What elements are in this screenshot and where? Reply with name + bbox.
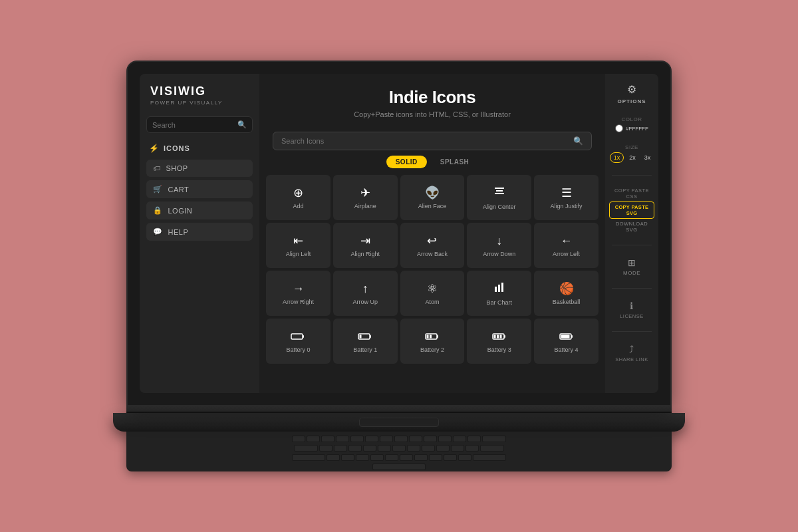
key[interactable] [292, 436, 305, 442]
icon-battery-3[interactable]: Battery 3 [467, 319, 531, 364]
key[interactable] [473, 454, 506, 461]
size-1x-button[interactable]: 1x [610, 152, 624, 163]
mode-icon: ⊞ [628, 257, 636, 268]
svg-rect-10 [370, 335, 371, 338]
icon-align-left[interactable]: ⇤ Align Left [266, 223, 331, 268]
key[interactable] [458, 454, 471, 461]
icon-battery-3-label: Battery 3 [487, 346, 511, 354]
spacebar[interactable] [372, 464, 426, 470]
icon-search-input[interactable] [281, 137, 568, 145]
size-3x-button[interactable]: 3x [641, 153, 654, 162]
key[interactable] [480, 445, 504, 452]
icon-align-center[interactable]: Align Center [467, 175, 531, 220]
icon-atom[interactable]: ⚛ Atom [400, 271, 465, 316]
svg-rect-1 [496, 190, 503, 192]
size-group: SIZE 1x 2x 3x [609, 144, 654, 163]
key[interactable] [444, 454, 457, 461]
download-svg-label[interactable]: DOWNLOAD SVG [609, 221, 654, 233]
key[interactable] [407, 445, 420, 452]
key[interactable] [451, 445, 464, 452]
icon-align-justify[interactable]: ☰ Align Justify [534, 175, 598, 220]
icon-battery-1[interactable]: Battery 1 [333, 319, 398, 364]
key[interactable] [409, 436, 422, 442]
key[interactable] [424, 436, 437, 442]
icon-arrow-up[interactable]: ↑ Arrow Up [333, 271, 398, 316]
copy-paste-css-label: COPY PASTE CSS [609, 188, 654, 200]
key[interactable] [307, 436, 320, 442]
key[interactable] [414, 454, 428, 461]
icon-arrow-back[interactable]: ↩ Arrow Back [400, 223, 465, 268]
tab-splash[interactable]: SPLASH [431, 156, 479, 168]
icon-battery-2[interactable]: Battery 2 [400, 319, 465, 364]
laptop-screen: VISIWIG POWER UP VISUALLY 🔍 ⚡ ICONS 🏷 SH… [126, 61, 672, 406]
battery-4-icon [559, 331, 574, 342]
key[interactable] [467, 436, 481, 442]
key[interactable] [327, 454, 340, 461]
key[interactable] [392, 445, 406, 452]
icon-arrow-right[interactable]: → Arrow Right [266, 271, 331, 316]
icon-battery-0[interactable]: Battery 0 [266, 319, 331, 364]
key[interactable] [453, 436, 466, 442]
basketball-icon: 🏀 [559, 283, 574, 295]
key[interactable] [365, 436, 378, 442]
bolt-icon: ⚡ [149, 144, 160, 153]
main-content: Indie Icons Copy+Paste icons into HTML, … [259, 74, 605, 393]
key[interactable] [292, 454, 325, 461]
key[interactable] [385, 454, 398, 461]
info-section[interactable]: ℹ LICENSE [620, 301, 644, 319]
icon-battery-2-label: Battery 2 [420, 346, 444, 354]
sidebar-search-container[interactable]: 🔍 [146, 116, 253, 133]
arrow-down-icon: ↓ [496, 235, 502, 247]
key[interactable] [363, 445, 376, 452]
key[interactable] [294, 445, 318, 452]
icon-align-right[interactable]: ⇥ Align Right [333, 223, 398, 268]
sidebar-item-help[interactable]: 💬 HELP [146, 223, 253, 241]
icon-bar-chart[interactable]: Bar Chart [467, 271, 531, 316]
share-section[interactable]: ⤴ SHARE LINK [615, 344, 648, 362]
key[interactable] [378, 445, 391, 452]
key[interactable] [321, 436, 334, 442]
svg-rect-21 [561, 334, 569, 338]
color-swatch[interactable] [615, 124, 623, 132]
icon-add-label: Add [293, 203, 303, 210]
logo-title: VISIWIG [150, 84, 253, 98]
trackpad[interactable] [359, 418, 439, 427]
icon-add[interactable]: ⊕ Add [266, 175, 331, 220]
sidebar-item-login[interactable]: 🔒 LOGIN [146, 201, 253, 219]
color-hex-value: #FFFFFF [626, 126, 648, 132]
key[interactable] [380, 436, 393, 442]
key[interactable] [350, 436, 364, 442]
icon-airplane[interactable]: ✈ Airplane [333, 175, 398, 220]
key[interactable] [336, 436, 349, 442]
key[interactable] [422, 445, 435, 452]
key[interactable] [370, 454, 384, 461]
icon-search-bar[interactable]: 🔍 [273, 132, 592, 150]
key[interactable] [334, 445, 347, 452]
key[interactable] [348, 445, 362, 452]
key[interactable] [394, 436, 408, 442]
color-row[interactable]: #FFFFFF [615, 124, 648, 132]
tab-solid[interactable]: SOLID [386, 156, 427, 168]
key[interactable] [482, 436, 506, 442]
key[interactable] [429, 454, 442, 461]
icon-alien-face[interactable]: 👽 Alien Face [400, 175, 465, 220]
key[interactable] [436, 445, 450, 452]
copy-paste-svg-button[interactable]: COPY PASTE SVG [609, 201, 654, 219]
key[interactable] [400, 454, 413, 461]
key[interactable] [319, 445, 332, 452]
icon-arrow-down[interactable]: ↓ Arrow Down [467, 223, 531, 268]
icon-arrow-right-label: Arrow Right [283, 299, 314, 306]
sidebar-item-cart[interactable]: 🛒 CART [146, 180, 253, 198]
key[interactable] [438, 436, 452, 442]
icon-battery-4[interactable]: Battery 4 [534, 319, 598, 364]
battery-1-icon [358, 331, 372, 342]
key[interactable] [341, 454, 354, 461]
key[interactable] [356, 454, 369, 461]
size-2x-button[interactable]: 2x [626, 153, 639, 162]
key[interactable] [466, 445, 479, 452]
sidebar-search-input[interactable] [152, 121, 233, 129]
sidebar-item-shop[interactable]: 🏷 SHOP [146, 160, 253, 177]
icon-basketball[interactable]: 🏀 Basketball [534, 271, 598, 316]
sidebar-item-help-label: HELP [168, 228, 189, 236]
icon-arrow-left[interactable]: ← Arrow Left [534, 223, 598, 268]
